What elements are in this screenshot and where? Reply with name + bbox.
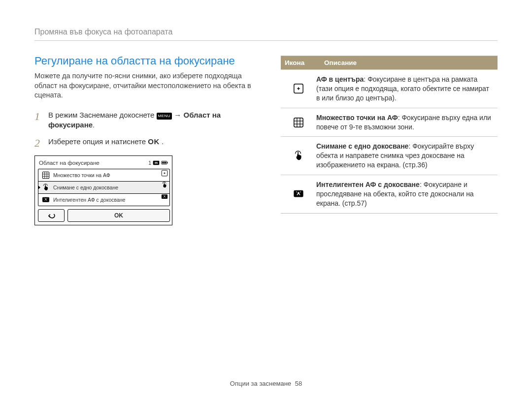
lcd-title: Област на фокусиране — [39, 160, 100, 166]
table-header: Икона Описание — [281, 56, 498, 69]
lcd-side-icons — [161, 170, 168, 200]
lcd-item-touch-shot[interactable]: Снимане с едно докосване — [38, 181, 169, 193]
lcd-item-label: Множество точки на АФ — [53, 173, 110, 179]
menu-icon: MENU — [157, 113, 172, 120]
row-desc: Интелигентен АФ с докосване: Фокусиране … — [316, 175, 498, 213]
ok-button[interactable]: OK — [67, 209, 170, 222]
th-icon: Икона — [281, 56, 320, 69]
step2-prefix: Изберете опция и натиснете — [48, 137, 148, 146]
row-lead: АФ в центъра — [316, 75, 364, 83]
page-footer: Опции за заснемане 58 — [0, 380, 532, 387]
center-af-icon — [161, 170, 168, 177]
tracking-icon — [281, 175, 316, 213]
row-desc: АФ в центъра: Фокусиране в центъра на ра… — [316, 70, 498, 108]
back-icon — [46, 212, 56, 220]
back-button[interactable] — [38, 209, 65, 222]
row-lead: Множество точки на АФ — [316, 114, 398, 122]
step1-arrow: → — [172, 111, 183, 119]
step1-prefix: В режим Заснемане докоснете — [48, 111, 157, 119]
page-header: Промяна във фокуса на фотоапарата — [34, 28, 498, 41]
touch-icon — [281, 137, 316, 175]
touch-icon — [161, 182, 168, 188]
step2-tail: . — [160, 137, 164, 146]
table-row: АФ в центъра: Фокусиране в центъра на ра… — [281, 69, 498, 108]
step-2: Изберете опция и натиснете OK . — [34, 137, 261, 147]
battery-icon — [161, 160, 168, 165]
camera-lcd: Област на фокусиране 1 Множество точки н… — [34, 155, 172, 225]
lcd-options-list: Множество точки на АФ Снимане с едно док… — [38, 169, 170, 206]
row-desc: Множество точки на АФ: Фокусиране върху … — [316, 108, 498, 137]
footer-section: Опции за заснемане — [230, 380, 291, 387]
tracking-icon — [41, 196, 50, 203]
touch-icon — [41, 184, 50, 191]
storage-in-icon — [153, 160, 160, 165]
step1-tail: . — [93, 121, 95, 129]
row-lead: Снимане с едно докосване — [316, 142, 408, 150]
focus-options-table: Икона Описание АФ в центъра: Фокусиране … — [281, 56, 498, 214]
tracking-icon — [161, 193, 168, 200]
ok-inline-icon: OK — [148, 137, 160, 146]
row-lead: Интелигентен АФ с докосване — [316, 181, 420, 188]
ok-button-label: OK — [114, 212, 123, 219]
center-af-icon — [281, 70, 316, 108]
intro-paragraph: Можете да получите по-ясни снимки, ако и… — [34, 71, 261, 100]
page-number: 58 — [295, 380, 302, 387]
lcd-item-label: Интелигентен АФ с докосване — [53, 197, 125, 203]
lcd-status: 1 — [148, 160, 168, 166]
table-row: Интелигентен АФ с докосване: Фокусиране … — [281, 175, 498, 213]
row-desc: Снимане с едно докосване: Фокусирайте въ… — [316, 137, 498, 175]
grid-icon — [281, 108, 316, 137]
table-row: Снимане с едно докосване: Фокусирайте въ… — [281, 136, 498, 175]
lcd-item-multi-af[interactable]: Множество точки на АФ — [38, 169, 169, 181]
section-title: Регулиране на областта на фокусиране — [34, 55, 261, 67]
lcd-status-number: 1 — [148, 160, 151, 166]
lcd-item-tracking-af[interactable]: Интелигентен АФ с докосване — [38, 193, 169, 206]
lcd-item-label: Снимане с едно докосване — [53, 185, 118, 191]
grid-icon — [41, 172, 50, 179]
step-1: В режим Заснемане докоснете MENU → Облас… — [34, 110, 261, 130]
th-desc: Описание — [320, 56, 498, 69]
table-row: Множество точки на АФ: Фокусиране върху … — [281, 108, 498, 137]
